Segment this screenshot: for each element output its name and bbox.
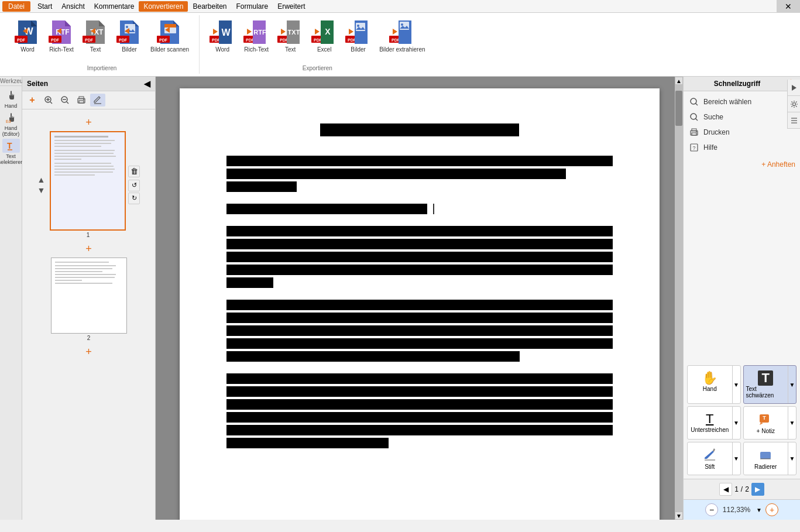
doc-para-1 <box>226 156 613 192</box>
hand-tool-btn[interactable] <box>2 88 20 102</box>
page-add-top-btn[interactable]: + <box>85 116 92 129</box>
page-1-rotate-ccw-btn[interactable]: ↺ <box>128 180 140 191</box>
action-row-1: ✋ Hand ▼ T Text schwärzen ▼ <box>686 364 798 405</box>
export-text-icon: PDF TXT <box>277 19 303 45</box>
export-bilder-icon: PDF <box>345 19 371 45</box>
export-bilder-extrahieren-button[interactable]: PDF Bilder extrahieren <box>376 18 428 54</box>
vertical-scrollbar[interactable]: ▲ ▼ <box>675 77 683 520</box>
hilfe-label: Hilfe <box>703 143 717 152</box>
svg-text:PDF: PDF <box>85 38 94 42</box>
suche-link[interactable]: Suche <box>688 111 795 123</box>
bereich-wahlen-label: Bereich wählen <box>703 98 751 106</box>
pages-edit-btn[interactable] <box>90 94 105 107</box>
scroll-down-btn[interactable]: ▼ <box>675 512 683 520</box>
current-page-num: 1 <box>734 485 739 493</box>
hand-action-btn[interactable]: ✋ Hand <box>688 366 732 403</box>
quick-access-title: Schnellzugriff <box>688 80 786 88</box>
page-1-delete-btn[interactable]: 🗑 <box>128 166 140 177</box>
page-1-rotate-cw-btn[interactable]: ↻ <box>128 193 140 204</box>
text-schwarzen-action-btn[interactable]: T Text schwärzen <box>744 366 788 403</box>
action-row-3: Stift ▼ Radierer ▼ <box>686 441 798 476</box>
close-button[interactable]: ✕ <box>777 0 800 13</box>
menu-datei[interactable]: Datei <box>2 1 30 12</box>
export-word-button[interactable]: PDF W Word <box>207 18 238 54</box>
redacted-block <box>226 300 613 310</box>
export-richtext-icon: PDF RTF <box>243 19 269 45</box>
menu-kommentare[interactable]: Kommentare <box>90 1 139 12</box>
export-text-button[interactable]: PDF TXT Text <box>274 18 306 54</box>
page-1-up-btn[interactable]: ▲ <box>37 175 46 184</box>
anheften-btn[interactable]: + Anheften <box>684 158 800 171</box>
radierer-action-btn[interactable]: Radierer <box>744 442 788 475</box>
hand-action-dropdown[interactable]: ▼ <box>732 366 740 403</box>
menu-bearbeiten[interactable]: Bearbeiten <box>188 1 231 12</box>
svg-rect-32 <box>164 24 176 26</box>
hand-action-icon: ✋ <box>702 370 717 386</box>
pages-zoom-out-btn[interactable] <box>57 94 73 107</box>
menu-formulare[interactable]: Formulare <box>232 1 273 12</box>
menu-start[interactable]: Start <box>33 1 57 12</box>
bereich-wahlen-icon <box>688 96 700 108</box>
radierer-dropdown[interactable]: ▼ <box>788 442 796 475</box>
pages-zoom-in-btn[interactable] <box>41 94 56 107</box>
panel-expand-btn[interactable] <box>788 80 800 96</box>
document-page <box>180 88 660 520</box>
page-1-thumbnail[interactable] <box>50 131 126 231</box>
svg-text:X: X <box>325 27 331 36</box>
notiz-dropdown[interactable]: ▼ <box>788 407 796 439</box>
pages-title: Seiten <box>27 80 48 88</box>
import-word-button[interactable]: PDF W Word <box>12 18 43 54</box>
import-richtext-button[interactable]: PDF RTF Rich-Text <box>46 18 77 54</box>
bereich-wahlen-link[interactable]: Bereich wählen <box>688 96 795 108</box>
zoom-dropdown-btn[interactable]: ▼ <box>755 503 763 516</box>
zoom-minus-btn[interactable]: − <box>705 503 718 516</box>
drucken-link[interactable]: Drucken <box>688 126 795 138</box>
import-bilder-scannen-button[interactable]: PDF Bilder scannen <box>147 18 192 54</box>
import-bilder-button[interactable]: PDF Bilder <box>114 18 145 54</box>
menu-ansicht[interactable]: Ansicht <box>57 1 89 12</box>
export-excel-button[interactable]: PDF X Excel <box>308 18 340 54</box>
text-schwarzen-dropdown[interactable]: ▼ <box>788 366 796 403</box>
svg-marker-97 <box>760 423 763 425</box>
scroll-track[interactable] <box>675 85 683 512</box>
hand-editor-tool-btn[interactable]: Ed <box>2 111 20 125</box>
svg-line-87 <box>695 103 698 105</box>
import-word-label: Word <box>20 46 35 53</box>
pages-collapse-btn[interactable]: ◀ <box>144 79 150 88</box>
pages-header: Seiten ◀ <box>22 77 155 91</box>
ribbon-group-importieren: PDF W Word <box>5 15 200 74</box>
page-add-bottom-btn[interactable]: + <box>85 346 92 358</box>
pages-add-btn[interactable]: + <box>25 94 40 107</box>
menu-konvertieren[interactable]: Konvertieren <box>139 1 188 12</box>
hilfe-link[interactable]: ? Hilfe <box>688 142 795 153</box>
notiz-action-btn[interactable]: T + Notiz <box>744 407 788 439</box>
scroll-up-btn[interactable]: ▲ <box>675 77 683 85</box>
doc-para-3 <box>226 226 613 288</box>
export-bilder-button[interactable]: PDF Bilder <box>342 18 374 54</box>
import-text-button[interactable]: PDF TXT Text <box>80 18 111 54</box>
menu-erweitert[interactable]: Erweitert <box>273 1 310 12</box>
panel-settings-btn[interactable] <box>788 96 800 112</box>
unterstreichen-dropdown[interactable]: ▼ <box>732 407 740 439</box>
svg-text:PDF: PDF <box>51 38 60 42</box>
redacted-block <box>226 399 613 410</box>
exportieren-buttons: PDF W Word PDF <box>207 18 428 54</box>
zoom-plus-btn[interactable]: + <box>765 503 778 516</box>
scroll-thumb[interactable] <box>675 91 682 126</box>
menu-bar: Datei Start Ansicht Kommentare Konvertie… <box>0 0 800 13</box>
document-area[interactable]: ▲ ▼ <box>156 77 683 520</box>
pages-print-btn[interactable] <box>74 94 89 107</box>
page-add-middle-btn[interactable]: + <box>85 243 92 255</box>
unterstreichen-action-btn[interactable]: T Unterstreichen <box>688 407 732 439</box>
export-richtext-button[interactable]: PDF RTF Rich-Text <box>241 18 272 54</box>
page-2-thumbnail[interactable] <box>51 258 127 334</box>
next-page-btn[interactable]: ▶ <box>751 483 764 496</box>
stift-action-btn[interactable]: Stift <box>688 442 732 475</box>
page-1-down-btn[interactable]: ▼ <box>37 186 46 195</box>
drucken-icon <box>688 126 700 138</box>
panel-list-btn[interactable] <box>788 112 800 129</box>
stift-dropdown[interactable]: ▼ <box>732 442 740 475</box>
quick-access-links: Bereich wählen Suche Drucken ? Hilfe <box>684 91 800 158</box>
text-select-tool-btn[interactable]: T <box>2 139 20 153</box>
prev-page-btn[interactable]: ◀ <box>719 483 732 496</box>
